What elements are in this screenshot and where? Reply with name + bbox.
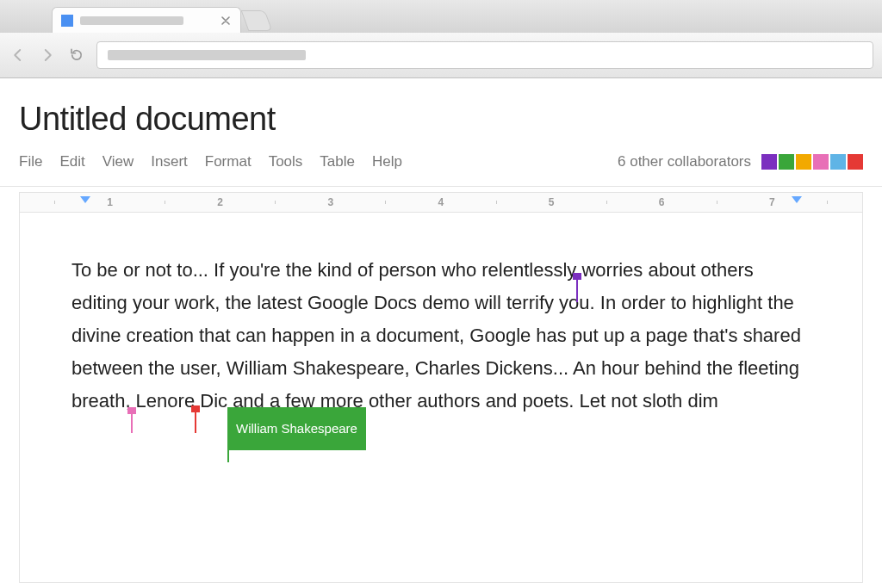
tab-title-placeholder — [80, 16, 183, 25]
browser-tabstrip — [0, 0, 882, 33]
ruler-number: 7 — [769, 196, 775, 208]
collaborators-area: 6 other collaborators — [618, 153, 863, 170]
browser-toolbar — [0, 33, 882, 77]
ruler-number: 5 — [549, 196, 555, 208]
menu-edit[interactable]: Edit — [59, 153, 84, 170]
text-segment: Lenore — [131, 390, 196, 412]
browser-chrome — [0, 0, 882, 78]
collab-swatch[interactable] — [813, 154, 829, 170]
collab-swatch[interactable] — [830, 154, 846, 170]
menu-insert[interactable]: Insert — [151, 153, 188, 170]
ruler-number: 2 — [217, 196, 223, 208]
ruler-number: 1 — [107, 196, 113, 208]
address-placeholder — [108, 50, 306, 60]
page[interactable]: To be or not to... If you're the kind of… — [19, 213, 863, 583]
collab-swatch[interactable] — [761, 154, 777, 170]
menu-tools[interactable]: Tools — [269, 153, 303, 170]
new-tab-button[interactable] — [241, 10, 273, 31]
tab-favicon — [61, 15, 73, 27]
ruler-number: 4 — [438, 196, 444, 208]
text-segment: worries about others editing your work, … — [71, 259, 801, 412]
collab-swatch[interactable] — [848, 154, 863, 170]
menu-help[interactable]: Help — [372, 153, 402, 170]
collaborator-swatches — [761, 154, 863, 170]
menubar: File Edit View Insert Format Tools Table… — [19, 153, 402, 170]
divider — [0, 186, 882, 187]
text-segment: To be or not to... If you're the kind of… — [71, 259, 576, 281]
ruler-number: 3 — [327, 196, 333, 208]
doc-title[interactable]: Untitled document — [19, 101, 863, 138]
collab-swatch[interactable] — [779, 154, 794, 170]
menu-format[interactable]: Format — [205, 153, 252, 170]
ruler-ticks: 1 2 3 4 5 6 7 — [20, 193, 862, 212]
menubar-row: File Edit View Insert Format Tools Table… — [19, 153, 863, 170]
ruler-wrap: 1 2 3 4 5 6 7 — [0, 192, 882, 213]
address-bar[interactable] — [96, 41, 873, 69]
menu-file[interactable]: File — [19, 153, 42, 170]
menu-table[interactable]: Table — [320, 153, 355, 170]
ruler-number: 6 — [659, 196, 665, 208]
browser-tab[interactable] — [52, 7, 241, 33]
reload-icon[interactable] — [67, 46, 86, 65]
collab-cursor-label: William Shakespeare — [227, 407, 366, 450]
menu-view[interactable]: View — [102, 153, 134, 170]
collaborators-text[interactable]: 6 other collaborators — [618, 153, 751, 170]
ruler[interactable]: 1 2 3 4 5 6 7 — [19, 192, 863, 213]
document-body[interactable]: To be or not to... If you're the kind of… — [71, 254, 811, 418]
tab-close-icon[interactable] — [220, 15, 232, 27]
page-area: To be or not to... If you're the kind of… — [0, 213, 882, 583]
back-icon[interactable] — [9, 46, 28, 65]
forward-icon[interactable] — [38, 46, 57, 65]
doc-header: Untitled document File Edit View Insert … — [0, 78, 882, 177]
collab-swatch[interactable] — [796, 154, 811, 170]
